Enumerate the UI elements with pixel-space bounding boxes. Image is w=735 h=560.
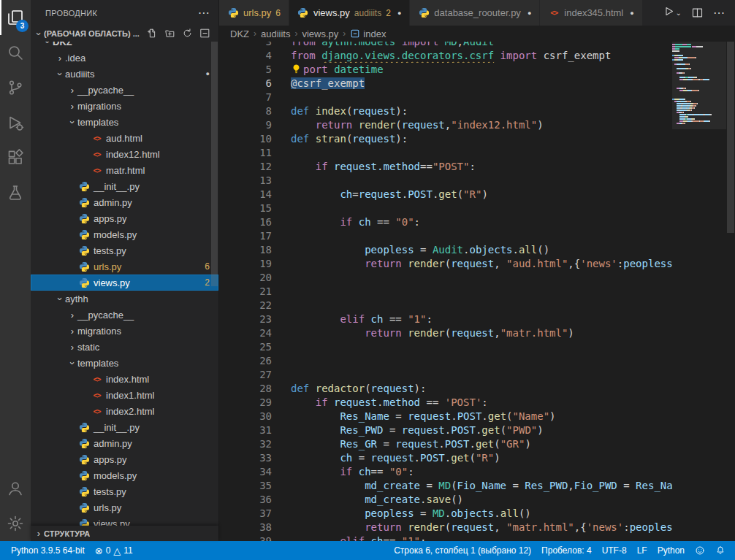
tree-item-models.py[interactable]: models.py [31, 226, 218, 242]
tree-item-label: admin.py [94, 197, 132, 208]
dirty-indicator-icon[interactable]: ● [630, 9, 633, 17]
editor-more-actions-button[interactable]: ⋯ [713, 6, 725, 20]
activity-bar-settings[interactable] [0, 506, 31, 541]
python-file-icon [78, 212, 91, 224]
tree-item-label: templates [77, 117, 118, 128]
tree-item-__pycache__[interactable]: ›__pycache__ [31, 307, 218, 323]
workspace-section-header[interactable]: › (РАБОЧАЯ ОБЛАСТЬ) ... [31, 26, 218, 42]
new-folder-icon[interactable] [164, 28, 176, 39]
code-token: ,{ [574, 521, 587, 533]
sidebar-title: ПРОВОДНИК [45, 9, 97, 18]
tree-item-__init__.py[interactable]: __init__.py [31, 419, 218, 435]
activity-bar-testing[interactable] [0, 175, 31, 210]
tree-item-views.py[interactable]: views.py [31, 515, 218, 526]
workspace-label: (РАБОЧАЯ ОБЛАСТЬ) ... [44, 29, 140, 38]
code-token: request [334, 161, 377, 172]
activity-bar-run-and-debug[interactable] [0, 105, 31, 140]
indentation[interactable]: Пробелов: 4 [536, 541, 597, 560]
tree-item-templates[interactable]: ›templates [31, 355, 218, 371]
dirty-indicator-icon[interactable]: ● [397, 9, 401, 17]
tree-item-tests.py[interactable]: tests.py [31, 242, 218, 258]
tab-urls.py[interactable]: urls.py6 [219, 0, 289, 26]
tree-item-views.py[interactable]: views.py2 [31, 275, 218, 291]
html-file-icon: <> [91, 132, 103, 144]
cursor-position[interactable]: Строка 6, столбец 1 (выбрано 12) [389, 541, 536, 560]
tree-item-admin.py[interactable]: admin.py [31, 194, 218, 210]
tree-item-index1.html[interactable]: <>index1.html [31, 387, 218, 403]
lightbulb-icon[interactable] [291, 64, 302, 74]
eol-selector[interactable]: LF [632, 541, 652, 560]
minimap[interactable] [672, 42, 726, 541]
tree-item-audiiits[interactable]: ›audiiits● [31, 66, 218, 82]
line-number: 38 [219, 521, 282, 534]
tree-item-label: index1.html [106, 390, 154, 401]
tree-item-urls.py[interactable]: urls.py6 [31, 258, 218, 275]
code-line-17: 17 [219, 229, 672, 243]
tree-item-__pycache__[interactable]: ›__pycache__ [31, 82, 218, 98]
feedback-smiley-icon[interactable] [690, 541, 710, 560]
dirty-indicator-icon[interactable]: ● [528, 9, 531, 17]
tree-item-migrations[interactable]: ›migrations [31, 98, 218, 114]
breadcrumb-item-views.py[interactable]: views.py [302, 28, 338, 39]
tree-item-label: models.py [94, 470, 137, 481]
breadcrumb-separator: › [294, 28, 297, 39]
new-file-icon[interactable] [147, 28, 159, 39]
python-file-icon [78, 277, 91, 288]
code-token: elif [340, 535, 370, 541]
tree-item-admin.py[interactable]: admin.py [31, 435, 218, 451]
tree-item-matr.html[interactable]: <>matr.html [31, 162, 218, 178]
activity-bar-search[interactable] [0, 35, 31, 70]
refresh-explorer-icon[interactable] [182, 28, 194, 39]
tree-item-__init__.py[interactable]: __init__.py [31, 178, 218, 194]
run-python-file-button[interactable]: ⌄ [663, 5, 682, 20]
tree-item-DKZ[interactable]: ›DKZ [31, 42, 218, 50]
code-token: ): [395, 133, 408, 145]
breadcrumb-item-DKZ[interactable]: DKZ [230, 28, 249, 39]
code-token: peopless [630, 521, 672, 533]
tree-item-index2.html[interactable]: <>index2.html [31, 403, 218, 419]
tree-item-templates[interactable]: ›templates [31, 114, 218, 130]
tab-database_roouter.py[interactable]: database_roouter.py● [410, 0, 540, 26]
notifications-bell-icon[interactable] [710, 541, 731, 560]
tab-index345.html[interactable]: <>index345.html● [540, 0, 642, 26]
tree-item-static[interactable]: ›static [31, 339, 218, 355]
tree-item-urls.py[interactable]: urls.py [31, 499, 218, 515]
code-token: : [469, 161, 475, 172]
sidebar-header: ПРОВОДНИК ⋯ [31, 0, 218, 26]
tree-item-aud.html[interactable]: <>aud.html [31, 130, 218, 146]
editor-group: urls.py6views.pyaudiiits2●database_roout… [219, 0, 735, 541]
python-interpreter[interactable]: Python 3.9.5 64-bit [6, 541, 90, 560]
encoding[interactable]: UTF-8 [597, 541, 632, 560]
activity-bar-source-control[interactable] [0, 70, 31, 105]
editor-scrollbar[interactable] [726, 42, 735, 541]
tab-views.py[interactable]: views.pyaudiiits2● [289, 0, 410, 26]
code-token: 'news' [587, 521, 624, 533]
code-token: MD [438, 480, 451, 491]
tree-item-index.html[interactable]: <>index.html [31, 371, 218, 387]
code-editor[interactable]: 3from aythh.models import MD,Audit4from … [219, 42, 672, 541]
editor-scrollbar-thumb[interactable] [727, 42, 734, 233]
breadcrumb-item-audiiits[interactable]: audiiits [261, 28, 290, 39]
breadcrumb-item-index[interactable]: index [350, 28, 386, 39]
tree-item-label: aud.html [106, 133, 142, 144]
tree-item-migrations[interactable]: ›migrations [31, 323, 218, 339]
tree-item-index12.html[interactable]: <>index12.html [31, 146, 218, 162]
activity-bar-accounts[interactable] [0, 471, 31, 506]
explorer-more-actions-icon[interactable]: ⋯ [198, 6, 210, 20]
code-token: Fio_Name [457, 480, 506, 491]
tree-item-aythh[interactable]: ›aythh [31, 291, 218, 307]
tree-item-tests.py[interactable]: tests.py [31, 483, 218, 499]
tree-item-models.py[interactable]: models.py [31, 467, 218, 483]
outline-section-header[interactable]: › СТРУКТУРА [31, 526, 218, 541]
code-token: Audit [433, 244, 463, 256]
activity-bar-extensions[interactable] [0, 140, 31, 175]
problems-indicator[interactable]: ⊗ 0 △ 11 [90, 541, 138, 560]
sidebar-scrollbar[interactable] [211, 42, 218, 286]
collapse-folders-icon[interactable] [199, 28, 211, 39]
split-editor-button[interactable] [691, 7, 704, 19]
tree-item-apps.py[interactable]: apps.py [31, 210, 218, 226]
tree-item-.idea[interactable]: ›.idea [31, 50, 218, 66]
activity-bar-explorer[interactable]: 3 [0, 0, 31, 35]
language-mode[interactable]: Python [652, 541, 690, 560]
tree-item-apps.py[interactable]: apps.py [31, 451, 218, 467]
